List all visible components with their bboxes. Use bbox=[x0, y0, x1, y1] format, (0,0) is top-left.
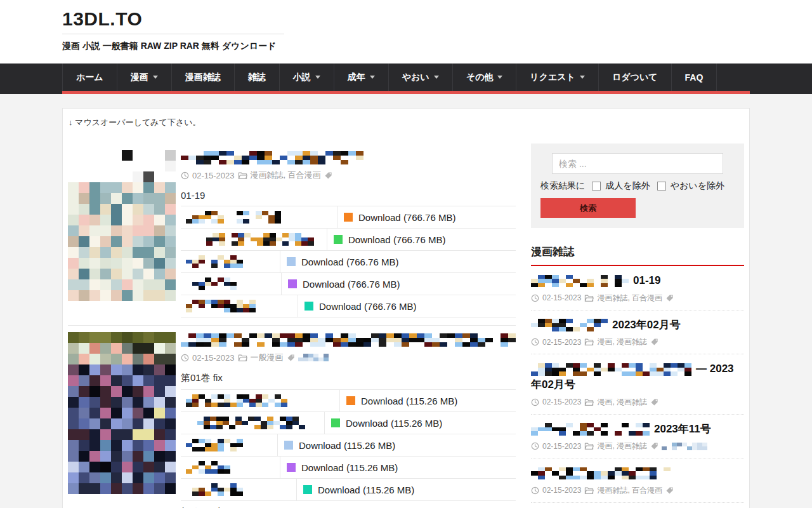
censor-block bbox=[211, 465, 218, 470]
download-host-link[interactable] bbox=[181, 273, 282, 295]
censor-block bbox=[440, 333, 447, 338]
post: 02-15-2023一般漫画第01巻 fixDownload (115.26 M… bbox=[68, 325, 516, 508]
download-link[interactable]: Download (115.26 MB) bbox=[278, 440, 395, 451]
censor-block bbox=[133, 343, 143, 354]
download-link[interactable]: Download (115.26 MB) bbox=[280, 462, 398, 473]
nav-item-10[interactable]: ロダついて bbox=[599, 64, 672, 91]
download-link[interactable]: Download (766.76 MB) bbox=[282, 279, 400, 290]
post-title-link[interactable] bbox=[181, 151, 516, 164]
download-link[interactable]: Download (115.26 MB) bbox=[297, 485, 414, 495]
post-categories[interactable]: 漫画雑誌, 百合漫画 bbox=[597, 485, 662, 496]
censor-block bbox=[211, 394, 218, 399]
censor-block bbox=[531, 327, 538, 331]
download-host-link[interactable] bbox=[181, 251, 280, 272]
censor-block bbox=[79, 171, 89, 182]
main-navbar: ホーム漫画漫画雑誌雑誌小説成年やおいその他リクエストロダついてFAQ bbox=[0, 64, 812, 94]
nav-item-11[interactable]: FAQ bbox=[672, 64, 717, 91]
sidebar-post-title-link[interactable]: — 2023年02月号 bbox=[531, 361, 744, 392]
censor-block bbox=[677, 446, 682, 450]
censor-block bbox=[545, 327, 552, 331]
download-link[interactable]: Download (766.76 MB) bbox=[280, 257, 398, 267]
chevron-down-icon bbox=[497, 76, 502, 79]
censor-block bbox=[122, 236, 133, 247]
download-link[interactable]: Download (115.26 MB) bbox=[340, 396, 457, 406]
post-categories[interactable]: 漫画, 漫画雑誌 bbox=[597, 337, 647, 347]
censor-block bbox=[580, 371, 587, 376]
censor-block bbox=[154, 364, 165, 375]
download-label: Download (766.76 MB) bbox=[319, 301, 416, 312]
censor-block bbox=[79, 215, 89, 225]
censor-block bbox=[79, 332, 89, 343]
post-categories[interactable]: 漫画雑誌, 百合漫画 bbox=[597, 293, 662, 304]
censor-block bbox=[432, 342, 440, 347]
post-categories[interactable]: 漫画, 漫画雑誌 bbox=[597, 397, 647, 408]
censor-block bbox=[154, 429, 165, 440]
censor-block bbox=[192, 403, 199, 407]
download-link[interactable]: Download (115.26 MB) bbox=[325, 418, 442, 429]
censor-block bbox=[272, 338, 280, 342]
sidebar-post-title-link[interactable] bbox=[531, 465, 744, 481]
censor-block bbox=[275, 394, 281, 399]
censor-block bbox=[89, 236, 100, 247]
censor-block bbox=[230, 447, 237, 451]
exclude-yaoi-checkbox[interactable] bbox=[657, 182, 666, 190]
censor-block bbox=[268, 219, 275, 224]
download-host-link[interactable] bbox=[181, 295, 298, 317]
download-host-link[interactable] bbox=[181, 434, 278, 456]
download-host-link[interactable] bbox=[181, 412, 325, 434]
censor-block bbox=[154, 408, 165, 418]
nav-item-4[interactable]: 雑誌 bbox=[235, 64, 280, 91]
exclude-adult-checkbox[interactable] bbox=[592, 182, 601, 190]
nav-item-8[interactable]: その他 bbox=[453, 64, 517, 91]
censor-block bbox=[310, 333, 318, 338]
censor-block bbox=[192, 286, 199, 290]
post-thumbnail[interactable] bbox=[68, 332, 176, 508]
censor-block bbox=[79, 343, 89, 354]
censor-block bbox=[211, 342, 219, 347]
post-thumbnail[interactable] bbox=[68, 150, 176, 318]
censor-block bbox=[559, 476, 566, 480]
download-host-link[interactable] bbox=[181, 457, 280, 478]
censor-block bbox=[154, 150, 165, 161]
censor-block bbox=[643, 371, 650, 376]
censor-block bbox=[188, 342, 196, 347]
download-host-link[interactable] bbox=[181, 479, 297, 500]
download-link[interactable]: Download (766.76 MB) bbox=[298, 301, 416, 312]
censor-block bbox=[186, 488, 192, 492]
download-host-link[interactable] bbox=[181, 229, 327, 250]
censor-block bbox=[508, 338, 516, 342]
download-link[interactable]: Download (766.76 MB) bbox=[327, 234, 445, 245]
censor-block bbox=[79, 429, 89, 440]
download-host-link[interactable] bbox=[181, 390, 340, 411]
nav-item-6[interactable]: 成年 bbox=[334, 64, 389, 91]
search-button[interactable]: 検索 bbox=[540, 198, 636, 218]
sidebar-post-item: — 2023年02月号02-15-2023漫画, 漫画雑誌 bbox=[531, 354, 744, 414]
censor-block bbox=[89, 354, 100, 364]
censor-block bbox=[580, 431, 587, 436]
sidebar-post-title-link[interactable]: 2023年11号 bbox=[531, 422, 744, 438]
censor-block bbox=[192, 264, 199, 268]
censor-block bbox=[292, 417, 299, 421]
site-logo[interactable]: 13DL.TO bbox=[62, 8, 142, 30]
post-title-link[interactable] bbox=[181, 333, 516, 347]
sidebar-post-title-link[interactable]: 2023年02月号 bbox=[531, 318, 744, 333]
download-link[interactable]: Download (766.76 MB) bbox=[337, 212, 455, 223]
nav-item-1[interactable]: ホーム bbox=[62, 64, 117, 91]
download-host-link[interactable] bbox=[181, 206, 337, 228]
post-categories[interactable]: 一般漫画 bbox=[251, 352, 284, 363]
nav-item-3[interactable]: 漫画雑誌 bbox=[172, 64, 235, 91]
censor-block bbox=[186, 461, 192, 465]
nav-item-9[interactable]: リクエスト bbox=[516, 64, 599, 91]
nav-item-7[interactable]: やおい bbox=[389, 64, 453, 91]
search-input[interactable] bbox=[552, 153, 723, 174]
post-categories[interactable]: 漫画雑誌, 百合漫画 bbox=[251, 170, 321, 181]
censor-block bbox=[165, 332, 176, 343]
censor-block bbox=[205, 215, 211, 220]
post-categories[interactable]: 漫画, 漫画雑誌 bbox=[597, 441, 647, 451]
sidebar-post-title-link[interactable]: 01-19 bbox=[531, 273, 744, 289]
censor-block bbox=[232, 241, 238, 246]
nav-item-5[interactable]: 小説 bbox=[280, 64, 334, 91]
nav-item-2[interactable]: 漫画 bbox=[117, 64, 172, 91]
censor-block bbox=[224, 277, 230, 282]
sidebar-post-title-text: 2023年11号 bbox=[654, 423, 711, 435]
